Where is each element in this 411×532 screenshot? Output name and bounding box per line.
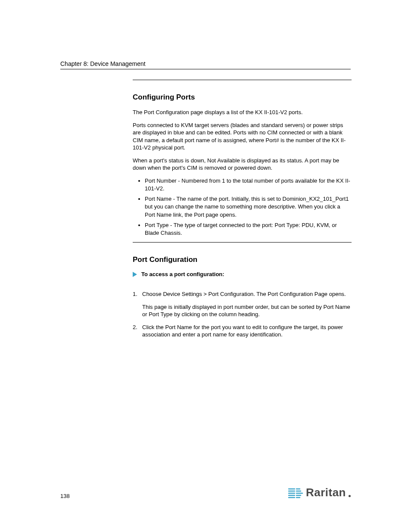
step-number: 1. — [133, 290, 142, 298]
list-item: Port Number - Numbered from 1 to the tot… — [145, 177, 352, 193]
ordered-steps: 1. Choose Device Settings > Port Configu… — [133, 290, 352, 339]
paragraph: When a port's status is down, Not Availa… — [133, 157, 352, 172]
paragraph: The Port Configuration page displays a l… — [133, 109, 352, 116]
divider-col-mid — [133, 242, 352, 243]
step-text: Click the Port Name for the port you wan… — [142, 324, 352, 339]
list-item: Port Name - The name of the port. Initia… — [145, 195, 352, 219]
brand-logo: Raritan — [288, 486, 351, 499]
step-number: 2. — [133, 324, 142, 339]
section-heading-configuring-ports: Configuring Ports — [133, 93, 352, 102]
content-column: Configuring Ports The Port Configuration… — [133, 80, 352, 339]
section-heading-port-configuration: Port Configuration — [133, 255, 352, 264]
brand-name: Raritan — [306, 486, 346, 499]
chapter-title: Chapter 8: Device Management — [60, 60, 351, 67]
divider-col-top — [133, 80, 352, 80]
procedure-heading: To access a port configuration: — [133, 271, 352, 277]
page-footer: 138 Raritan — [60, 486, 351, 499]
list-item: Port Type - The type of target connected… — [145, 221, 352, 237]
divider-full — [60, 69, 351, 69]
procedure-label: To access a port configuration: — [141, 271, 224, 277]
step: 2. Click the Port Name for the port you … — [133, 324, 352, 339]
logo-mark-icon — [288, 487, 303, 498]
step-substep: This page is initially displayed in port… — [142, 303, 352, 318]
play-triangle-icon — [133, 272, 137, 277]
paragraph: Ports connected to KVM target servers (b… — [133, 121, 352, 152]
step: 1. Choose Device Settings > Port Configu… — [133, 290, 352, 298]
brand-dot-icon — [349, 495, 351, 497]
page-number: 138 — [60, 493, 70, 499]
bullet-list: Port Number - Numbered from 1 to the tot… — [133, 177, 352, 237]
page: Chapter 8: Device Management Configuring… — [0, 0, 411, 532]
step-text: Choose Device Settings > Port Configurat… — [142, 290, 346, 298]
